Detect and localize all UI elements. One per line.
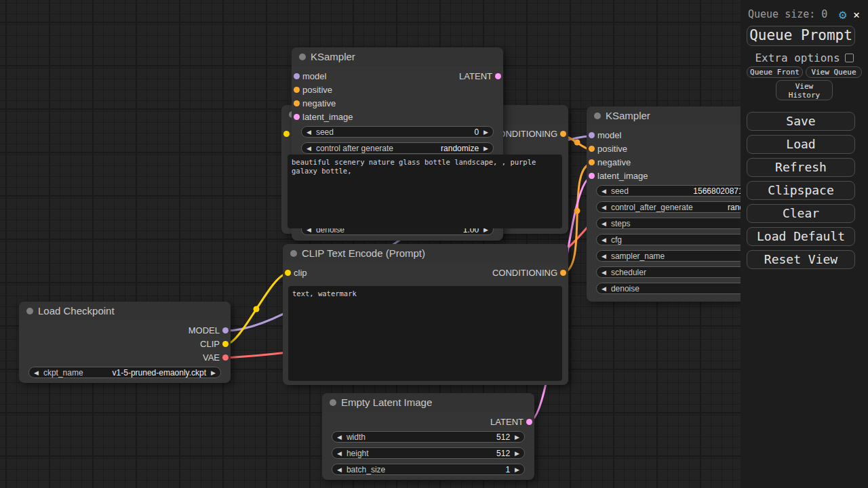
input-slot-positive[interactable] — [294, 87, 300, 93]
input-slot-positive[interactable] — [589, 146, 595, 152]
input-slot-clip[interactable] — [283, 131, 290, 137]
reset-view-button[interactable]: Reset View — [747, 250, 855, 269]
input-slot-model[interactable] — [294, 73, 300, 79]
widget-right-arrow-icon[interactable]: ▶ — [211, 369, 216, 376]
graph-canvas[interactable]: CLIP Text Encode (Prompt)clipCONDITIONIN… — [0, 0, 868, 488]
widget-left-arrow-icon[interactable]: ◀ — [337, 450, 342, 457]
widget-batch_size[interactable]: ◀batch_size1▶ — [332, 464, 525, 475]
node-title[interactable]: Empty Latent Image — [322, 393, 534, 412]
widget-name: seed — [316, 127, 334, 137]
output-slot-CONDITIONING[interactable] — [560, 270, 566, 276]
link-midpoint-dot[interactable] — [574, 208, 580, 214]
widget-value: 512 — [496, 432, 510, 442]
widget-name: cfg — [611, 235, 622, 245]
output-slot-VAE[interactable] — [222, 354, 229, 361]
collapse-dot-icon[interactable] — [594, 113, 601, 119]
output-label: MODEL — [189, 324, 220, 338]
widget-right-arrow-icon[interactable]: ▶ — [484, 145, 488, 152]
widget-right-arrow-icon[interactable]: ▶ — [515, 466, 519, 473]
widget-ckpt_name[interactable]: ◀ckpt_namev1-5-pruned-emaonly.ckpt▶ — [28, 367, 221, 378]
output-slot-LATENT[interactable] — [495, 73, 501, 79]
input-label: latent_image — [302, 110, 353, 124]
input-label: clip — [294, 266, 307, 280]
extra-options-row: Extra options — [741, 52, 868, 64]
widget-right-arrow-icon[interactable]: ▶ — [515, 434, 519, 441]
widget-name: height — [347, 449, 369, 458]
output-slot-CONDITIONING[interactable] — [560, 131, 566, 137]
node-title[interactable]: CLIP Text Encode (Prompt) — [283, 244, 568, 263]
widget-height[interactable]: ◀height512▶ — [332, 447, 525, 459]
input-slot-negative[interactable] — [294, 100, 300, 106]
output-slot-CLIP[interactable] — [222, 341, 229, 347]
widget-name: sampler_name — [611, 251, 665, 261]
widget-left-arrow-icon[interactable]: ◀ — [601, 269, 606, 276]
link-midpoint-dot[interactable] — [574, 140, 580, 146]
widget-left-arrow-icon[interactable]: ◀ — [601, 188, 606, 195]
queue-size-label: Queue size: 0 — [748, 8, 827, 20]
output-slot-LATENT[interactable] — [526, 419, 532, 425]
widget-left-arrow-icon[interactable]: ◀ — [307, 129, 311, 136]
output-label: CONDITIONING — [492, 266, 557, 280]
clear-button[interactable]: Clear — [747, 204, 855, 223]
extra-options-checkbox[interactable] — [845, 54, 854, 62]
collapse-dot-icon[interactable] — [26, 308, 33, 314]
widget-left-arrow-icon[interactable]: ◀ — [337, 466, 342, 473]
widget-right-arrow-icon[interactable]: ▶ — [484, 129, 488, 136]
input-slot-clip[interactable] — [285, 270, 291, 276]
input-slot-latent_image[interactable] — [294, 114, 300, 120]
node-empty-latent-image: Empty Latent ImageLATENT◀width512▶◀heigh… — [322, 393, 534, 480]
collapse-dot-icon[interactable] — [290, 250, 297, 257]
refresh-button[interactable]: Refresh — [747, 158, 855, 177]
input-slot-latent_image[interactable] — [589, 173, 595, 179]
widget-name: control after generate — [316, 144, 393, 153]
queue-front-button[interactable]: Queue Front — [747, 66, 803, 78]
widget-name: seed — [611, 186, 629, 196]
input-label: positive — [302, 83, 332, 97]
widget-right-arrow-icon[interactable]: ▶ — [515, 450, 519, 457]
sidebar-menu: Queue size: 0 ⚙ ✕ Queue Prompt Extra opt… — [741, 0, 868, 488]
input-slot-model[interactable] — [589, 132, 595, 138]
widget-value: randomize — [441, 144, 479, 153]
node-title[interactable]: KSampler — [292, 47, 503, 66]
widget-left-arrow-icon[interactable]: ◀ — [34, 369, 39, 376]
input-label: positive — [597, 142, 627, 156]
collapse-dot-icon[interactable] — [330, 399, 336, 406]
prompt-textarea[interactable]: beautiful scenery nature glass bottle la… — [288, 155, 562, 228]
widget-left-arrow-icon[interactable]: ◀ — [307, 145, 311, 152]
widget-left-arrow-icon[interactable]: ◀ — [601, 253, 606, 260]
node-load-checkpoint: Load CheckpointMODELCLIPVAE◀ckpt_namev1-… — [19, 302, 231, 383]
wire-clip — [226, 274, 287, 344]
widget-left-arrow-icon[interactable]: ◀ — [337, 434, 342, 441]
view-queue-button[interactable]: View Queue — [806, 66, 862, 78]
widget-left-arrow-icon[interactable]: ◀ — [601, 237, 606, 243]
link-midpoint-dot[interactable] — [254, 306, 260, 312]
widget-seed[interactable]: ◀seed0▶ — [301, 126, 494, 138]
clipspace-button[interactable]: Clipspace — [747, 181, 855, 200]
widget-left-arrow-icon[interactable]: ◀ — [601, 220, 606, 227]
widget-control_after_generate[interactable]: ◀control after generaterandomize▶ — [301, 142, 494, 154]
input-label: latent_image — [597, 169, 648, 183]
view-history-button[interactable]: View History — [776, 80, 833, 100]
widget-value: 0 — [474, 127, 479, 137]
sidebar-header: Queue size: 0 ⚙ ✕ — [748, 6, 863, 22]
load-button[interactable]: Load — [747, 135, 855, 154]
collapse-dot-icon[interactable] — [299, 54, 306, 60]
widget-value: 512 — [496, 449, 510, 458]
output-label: VAE — [203, 351, 220, 365]
output-slot-MODEL[interactable] — [222, 327, 229, 333]
load-default-button[interactable]: Load Default — [747, 227, 855, 246]
widget-name: batch_size — [347, 465, 385, 474]
widget-name: denoise — [611, 284, 639, 293]
save-button[interactable]: Save — [747, 112, 855, 131]
input-label: model — [302, 70, 326, 83]
gear-icon[interactable]: ⚙ — [839, 7, 846, 21]
node-title[interactable]: Load Checkpoint — [19, 302, 231, 321]
widget-width[interactable]: ◀width512▶ — [332, 431, 525, 443]
close-icon[interactable]: ✕ — [853, 8, 860, 21]
widget-left-arrow-icon[interactable]: ◀ — [601, 204, 606, 211]
widget-left-arrow-icon[interactable]: ◀ — [601, 285, 606, 292]
input-slot-negative[interactable] — [589, 159, 595, 165]
queue-prompt-button[interactable]: Queue Prompt — [747, 26, 855, 46]
prompt-textarea[interactable]: text, watermark — [288, 286, 562, 381]
input-label: negative — [597, 156, 631, 169]
